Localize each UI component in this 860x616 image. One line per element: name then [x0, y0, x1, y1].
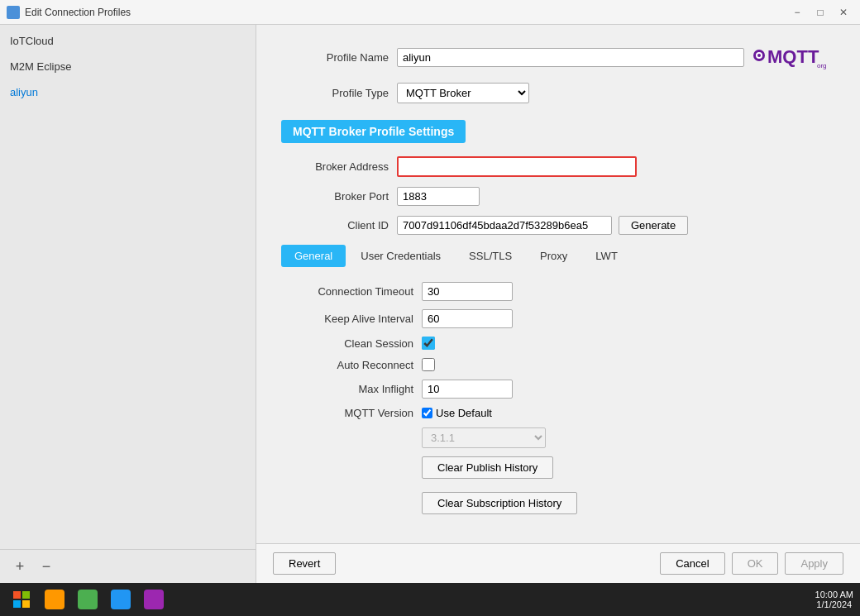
content-area: Profile Name MQTT org Profile Type: [256, 25, 860, 543]
add-profile-button[interactable]: +: [10, 556, 30, 576]
client-id-input[interactable]: [397, 216, 612, 235]
generate-button[interactable]: Generate: [619, 216, 688, 235]
section-header: MQTT Broker Profile Settings: [281, 113, 835, 156]
use-default-label: Use Default: [436, 407, 492, 419]
taskbar-time: 10:00 AM 1/1/2024: [815, 590, 853, 609]
keep-alive-input[interactable]: [422, 309, 513, 328]
broker-address-label: Broker Address: [281, 160, 397, 173]
clear-subscription-row: Clear Subscription History: [281, 492, 835, 519]
tab-general[interactable]: General: [281, 245, 346, 267]
tab-ssl-tls[interactable]: SSL/TLS: [456, 245, 525, 267]
sidebar-item-m2m-eclipse[interactable]: M2M Eclipse: [0, 54, 256, 79]
version-select-row: 3.1.1: [281, 427, 835, 448]
sidebar-item-aliyun[interactable]: aliyun: [0, 79, 256, 105]
main-content: IoTCloud M2M Eclipse aliyun + − Profile …: [0, 25, 860, 583]
clear-publish-row: Clear Publish History: [281, 456, 835, 484]
remove-profile-button[interactable]: −: [36, 556, 56, 576]
bottom-bar: Revert Cancel OK Apply: [256, 543, 860, 583]
cancel-button[interactable]: Cancel: [660, 552, 724, 575]
apply-button[interactable]: Apply: [785, 552, 843, 575]
svg-point-2: [757, 54, 761, 57]
clean-session-label: Clean Session: [281, 337, 422, 350]
tab-user-credentials[interactable]: User Credentials: [347, 245, 454, 267]
clean-session-checkbox[interactable]: [422, 337, 435, 350]
minimize-button[interactable]: −: [787, 4, 807, 21]
section-header-text: MQTT Broker Profile Settings: [281, 120, 466, 143]
clock-date: 1/1/2024: [815, 599, 853, 609]
keep-alive-label: Keep Alive Interval: [281, 313, 422, 325]
tabs: General User Credentials SSL/TLS Proxy L…: [281, 245, 835, 267]
right-panel: Profile Name MQTT org Profile Type: [256, 25, 860, 583]
clean-session-row: Clean Session: [281, 337, 835, 350]
profile-type-select[interactable]: MQTT Broker WebSocket Broker: [397, 83, 529, 103]
broker-port-label: Broker Port: [281, 190, 397, 203]
connection-timeout-input[interactable]: [422, 282, 513, 301]
clear-subscription-button[interactable]: Clear Subscription History: [422, 492, 577, 514]
taskbar-item-4[interactable]: [139, 586, 169, 613]
broker-port-input[interactable]: [397, 187, 480, 206]
profile-name-label: Profile Name: [281, 51, 397, 64]
broker-address-row: Broker Address: [281, 156, 835, 177]
auto-reconnect-row: Auto Reconnect: [281, 358, 835, 371]
tab-proxy[interactable]: Proxy: [527, 245, 580, 267]
taskbar-start[interactable]: [7, 586, 36, 613]
clean-session-checkbox-container: [422, 337, 435, 350]
ok-button[interactable]: OK: [732, 552, 779, 575]
sidebar-footer: + −: [0, 549, 256, 583]
taskbar-icon-4: [144, 590, 164, 609]
svg-rect-7: [13, 600, 21, 608]
taskbar-item-3[interactable]: [106, 586, 136, 613]
title-bar-text: Edit Connection Profiles: [25, 7, 787, 18]
revert-button[interactable]: Revert: [273, 552, 336, 575]
connection-timeout-label: Connection Timeout: [281, 285, 422, 298]
maximize-button[interactable]: □: [810, 4, 830, 21]
profile-name-input[interactable]: [397, 48, 744, 67]
connection-timeout-row: Connection Timeout: [281, 282, 835, 301]
clear-publish-button[interactable]: Clear Publish History: [422, 456, 553, 479]
mqtt-logo-area: MQTT org: [752, 41, 835, 73]
auto-reconnect-label: Auto Reconnect: [281, 359, 422, 371]
clock-time: 10:00 AM: [815, 590, 853, 599]
close-button[interactable]: ✕: [834, 4, 853, 21]
auto-reconnect-checkbox[interactable]: [422, 358, 435, 371]
profile-type-label: Profile Type: [281, 87, 397, 99]
svg-text:org: org: [817, 62, 827, 69]
mqtt-version-row: MQTT Version Use Default: [281, 407, 835, 419]
svg-rect-6: [22, 591, 30, 599]
windows-icon: [13, 591, 30, 608]
bottom-right-buttons: Cancel OK Apply: [660, 552, 843, 575]
max-inflight-input[interactable]: [422, 380, 513, 399]
taskbar-icon-1: [45, 590, 64, 609]
use-default-container: Use Default: [422, 407, 492, 419]
general-tab-content: Connection Timeout Keep Alive Interval C…: [281, 282, 835, 519]
broker-address-input[interactable]: [397, 156, 637, 177]
sidebar-item-iotcloud[interactable]: IoTCloud: [0, 28, 256, 54]
broker-port-row: Broker Port: [281, 187, 835, 206]
taskbar-item-2[interactable]: [73, 586, 103, 613]
svg-text:MQTT: MQTT: [767, 46, 819, 67]
profile-name-row: Profile Name MQTT org: [281, 41, 835, 73]
use-default-checkbox[interactable]: [422, 408, 432, 418]
client-id-label: Client ID: [281, 219, 397, 232]
keep-alive-row: Keep Alive Interval: [281, 309, 835, 328]
profile-type-row: Profile Type MQTT Broker WebSocket Broke…: [281, 83, 835, 103]
version-select: 3.1.1: [422, 427, 546, 448]
svg-rect-5: [13, 591, 21, 599]
sidebar: IoTCloud M2M Eclipse aliyun + −: [0, 25, 256, 583]
title-bar-controls: − □ ✕: [787, 4, 853, 21]
max-inflight-label: Max Inflight: [281, 383, 422, 395]
title-bar: Edit Connection Profiles − □ ✕: [0, 0, 860, 25]
max-inflight-row: Max Inflight: [281, 380, 835, 399]
app-icon: [7, 6, 20, 19]
sidebar-list: IoTCloud M2M Eclipse aliyun: [0, 25, 256, 549]
taskbar-icon-3: [111, 590, 131, 609]
tab-lwt[interactable]: LWT: [582, 245, 630, 267]
svg-rect-8: [22, 600, 30, 608]
mqtt-version-label: MQTT Version: [281, 407, 422, 419]
taskbar-icon-2: [78, 590, 98, 609]
client-id-row: Client ID Generate: [281, 216, 835, 235]
auto-reconnect-checkbox-container: [422, 358, 435, 371]
taskbar-item-1[interactable]: [40, 586, 69, 613]
mqtt-logo: MQTT org: [752, 41, 827, 70]
taskbar: 10:00 AM 1/1/2024: [0, 583, 860, 616]
